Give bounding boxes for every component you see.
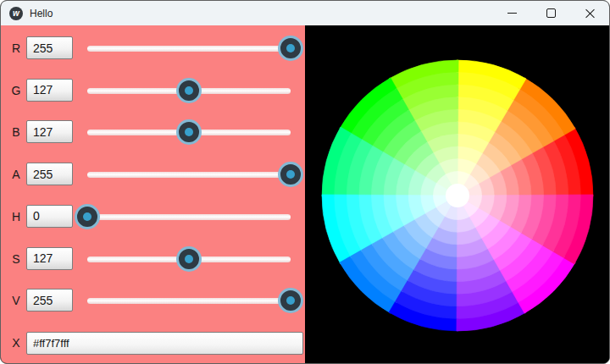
slider-row-h: H: [1, 202, 305, 231]
slider-handle-r[interactable]: [278, 36, 303, 61]
slider-row-g: G: [1, 76, 305, 105]
color-controls-panel: RGBAHSV X: [1, 25, 305, 363]
slider-label-r: R: [8, 34, 25, 63]
slider-handle-dot: [286, 170, 295, 179]
window-title: Hello: [30, 8, 53, 19]
wheel-center[interactable]: [446, 184, 469, 207]
close-icon: [585, 8, 595, 18]
titlebar: w Hello: [1, 1, 609, 25]
slider-handle-h[interactable]: [75, 204, 100, 229]
maximize-button[interactable]: [531, 1, 570, 25]
slider-track-v[interactable]: [87, 298, 291, 304]
minimize-icon: [507, 13, 517, 14]
slider-handle-dot: [185, 86, 193, 95]
color-wheel[interactable]: [305, 25, 608, 363]
hex-row: X: [1, 331, 305, 356]
close-button[interactable]: [570, 1, 609, 25]
app-icon: w: [9, 7, 23, 20]
slider-row-a: A: [1, 160, 305, 189]
slider-row-r: R: [1, 34, 305, 63]
slider-label-b: B: [8, 118, 25, 146]
slider-handle-g[interactable]: [176, 78, 202, 103]
slider-value-input-g[interactable]: [26, 79, 73, 102]
slider-handle-dot: [185, 128, 193, 136]
slider-handle-v[interactable]: [278, 288, 303, 313]
slider-row-v: V: [1, 286, 305, 315]
slider-value-input-v[interactable]: [26, 289, 73, 312]
slider-value-input-h[interactable]: [26, 205, 73, 228]
app-window: w Hello RGBAHSV X: [0, 0, 610, 364]
slider-label-a: A: [8, 160, 25, 189]
window-controls: [492, 1, 609, 25]
color-preview-panel: [305, 25, 609, 363]
hex-label: X: [8, 331, 25, 356]
slider-label-s: S: [8, 245, 25, 273]
slider-label-h: H: [8, 202, 25, 231]
slider-value-input-b[interactable]: [26, 120, 73, 143]
slider-track-r[interactable]: [87, 46, 291, 52]
slider-row-b: B: [1, 118, 305, 146]
slider-handle-dot: [83, 212, 92, 221]
minimize-button[interactable]: [492, 1, 531, 25]
slider-label-g: G: [8, 76, 25, 105]
slider-handle-a[interactable]: [278, 162, 303, 187]
slider-value-input-r[interactable]: [26, 36, 73, 59]
slider-handle-b[interactable]: [176, 119, 202, 145]
slider-label-v: V: [8, 286, 25, 315]
slider-handle-dot: [185, 255, 193, 263]
slider-value-input-a[interactable]: [26, 163, 73, 185]
hex-input[interactable]: [26, 332, 303, 355]
slider-handle-dot: [286, 44, 295, 52]
slider-track-h[interactable]: [87, 214, 291, 220]
slider-value-input-s[interactable]: [26, 247, 73, 270]
maximize-icon: [546, 8, 556, 18]
window-content: RGBAHSV X: [1, 25, 609, 363]
slider-handle-s[interactable]: [176, 246, 202, 272]
slider-track-a[interactable]: [87, 172, 291, 178]
slider-row-s: S: [1, 245, 305, 273]
slider-handle-dot: [286, 296, 295, 305]
